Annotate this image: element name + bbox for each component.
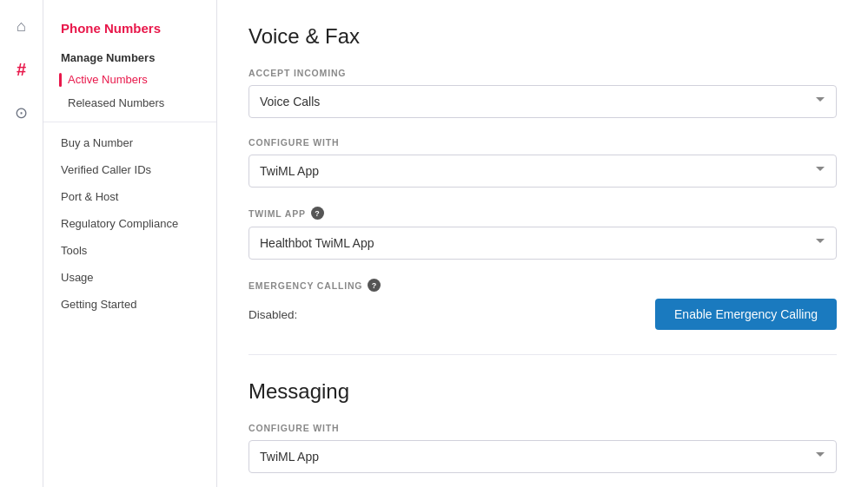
sidebar-title: Phone Numbers bbox=[43, 14, 216, 46]
sidebar-item-regulatory-compliance[interactable]: Regulatory Compliance bbox=[43, 210, 216, 237]
sidebar-item-released-numbers[interactable]: Released Numbers bbox=[43, 91, 216, 115]
section-separator bbox=[248, 354, 837, 355]
configure-with-select-voice[interactable]: TwiML App bbox=[248, 155, 837, 188]
manage-numbers-group: Manage Numbers bbox=[43, 46, 216, 68]
configure-with-label-messaging: CONFIGURE WITH bbox=[248, 423, 837, 433]
sidebar-item-buy-number[interactable]: Buy a Number bbox=[43, 129, 216, 156]
emergency-calling-group: EMERGENCY CALLING ? Disabled: Enable Eme… bbox=[248, 279, 837, 330]
sidebar: Phone Numbers Manage Numbers Active Numb… bbox=[43, 0, 217, 487]
circle-icon[interactable]: ⊙ bbox=[8, 99, 36, 127]
configure-with-select-wrapper-messaging: TwiML App bbox=[248, 440, 837, 473]
accept-incoming-label: ACCEPT INCOMING bbox=[248, 68, 837, 78]
twiml-app-label-voice: TWIML APP ? bbox=[248, 207, 837, 220]
accept-incoming-select-wrapper: Voice Calls bbox=[248, 85, 837, 118]
emergency-calling-help-icon[interactable]: ? bbox=[368, 279, 381, 292]
sidebar-item-usage[interactable]: Usage bbox=[43, 264, 216, 291]
accept-incoming-select[interactable]: Voice Calls bbox=[248, 85, 837, 118]
configure-with-select-wrapper-voice: TwiML App bbox=[248, 155, 837, 188]
emergency-calling-label: EMERGENCY CALLING ? bbox=[248, 279, 837, 292]
configure-with-label-voice: CONFIGURE WITH bbox=[248, 137, 837, 148]
twiml-app-group-voice: TWIML APP ? Healthbot TwiML App bbox=[248, 207, 837, 260]
hash-icon[interactable]: # bbox=[8, 56, 36, 83]
sidebar-item-port-host[interactable]: Port & Host bbox=[43, 183, 216, 210]
accept-incoming-group: ACCEPT INCOMING Voice Calls bbox=[248, 68, 837, 118]
emergency-calling-row: Disabled: Enable Emergency Calling bbox=[248, 299, 837, 330]
sidebar-item-verified-caller-ids[interactable]: Verified Caller IDs bbox=[43, 156, 216, 183]
voice-fax-title: Voice & Fax bbox=[248, 24, 837, 49]
icon-rail: ⌂ # ⊙ bbox=[0, 0, 43, 487]
main-content: Voice & Fax ACCEPT INCOMING Voice Calls … bbox=[217, 0, 868, 487]
voice-fax-section: Voice & Fax ACCEPT INCOMING Voice Calls … bbox=[248, 24, 837, 330]
sidebar-item-getting-started[interactable]: Getting Started bbox=[43, 291, 216, 318]
sidebar-item-tools[interactable]: Tools bbox=[43, 237, 216, 264]
home-icon[interactable]: ⌂ bbox=[8, 12, 36, 40]
messaging-title: Messaging bbox=[248, 379, 837, 404]
configure-with-group-messaging: CONFIGURE WITH TwiML App bbox=[248, 423, 837, 473]
twiml-app-select-voice[interactable]: Healthbot TwiML App bbox=[248, 227, 837, 260]
configure-with-select-messaging[interactable]: TwiML App bbox=[248, 440, 837, 473]
messaging-section: Messaging CONFIGURE WITH TwiML App TWIML… bbox=[248, 379, 837, 487]
enable-emergency-calling-button[interactable]: Enable Emergency Calling bbox=[655, 299, 837, 330]
emergency-status-text: Disabled: bbox=[248, 308, 297, 321]
configure-with-group-voice: CONFIGURE WITH TwiML App bbox=[248, 137, 837, 188]
sidebar-item-active-numbers[interactable]: Active Numbers bbox=[43, 68, 216, 91]
sidebar-divider bbox=[43, 122, 216, 122]
twiml-app-select-wrapper-voice: Healthbot TwiML App bbox=[248, 227, 837, 260]
twiml-app-help-icon[interactable]: ? bbox=[311, 207, 324, 220]
